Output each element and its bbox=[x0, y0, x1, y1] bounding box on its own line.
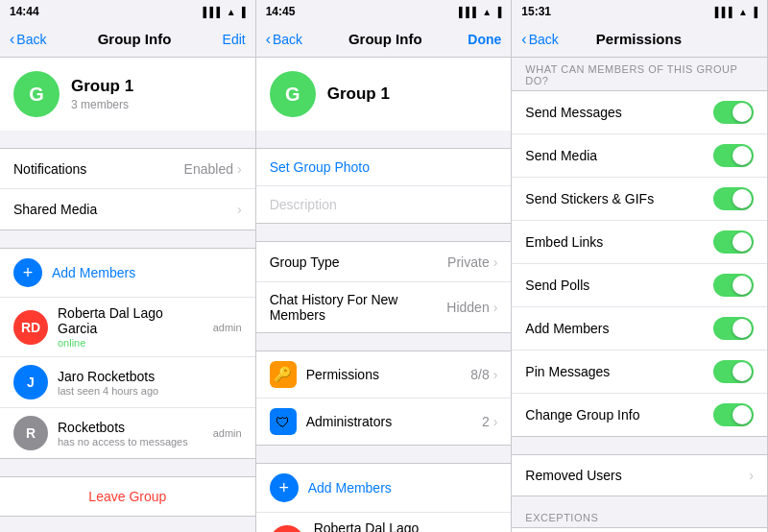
permissions-cell[interactable]: 🔑 Permissions 8/8 › bbox=[256, 351, 512, 399]
perm-send-polls[interactable]: Send Polls bbox=[512, 264, 767, 307]
back-label-2: Back bbox=[273, 32, 302, 47]
description-cell[interactable]: Description bbox=[256, 186, 512, 223]
back-button-1[interactable]: ‹ Back bbox=[10, 31, 46, 48]
perm-embed-links[interactable]: Embed Links bbox=[512, 221, 767, 264]
nav-bar-3: ‹ Back Permissions bbox=[512, 21, 767, 58]
notifications-cell[interactable]: Notifications Enabled › bbox=[0, 149, 255, 189]
member-info-rd-2: Roberta Dal Lago Garcia online bbox=[314, 520, 460, 532]
status-bar-1: 14:44 ▌▌▌ ▲ ▐ bbox=[0, 0, 255, 21]
description-placeholder: Description bbox=[270, 197, 337, 212]
perm-send-stickers-label: Send Stickers & GIFs bbox=[525, 191, 713, 206]
wifi-icon-3: ▲ bbox=[738, 7, 748, 17]
member-cell-rd-1[interactable]: RD Roberta Dal Lago Garcia online admin bbox=[0, 298, 255, 357]
member-badge-r-1: admin bbox=[213, 427, 242, 439]
member-info-r-1: Rocketbots has no access to messages bbox=[58, 420, 204, 447]
permissions-label: Permissions bbox=[306, 367, 471, 382]
add-exception-cell[interactable]: + Add Exception bbox=[512, 528, 767, 532]
member-name-r-1: Rocketbots bbox=[58, 420, 204, 435]
status-bar-3: 15:31 ▌▌▌ ▲ ▐ bbox=[512, 0, 767, 21]
panel-group-info-1: 14:44 ▌▌▌ ▲ ▐ ‹ Back Group Info Edit G G… bbox=[0, 0, 256, 532]
member-badge-rd-1: admin bbox=[213, 322, 242, 333]
add-members-label-2: Add Members bbox=[308, 480, 392, 496]
perm-send-messages-label: Send Messages bbox=[525, 105, 713, 120]
member-avatar-rd-2: RD bbox=[270, 525, 304, 533]
exceptions-section: + Add Exception bbox=[512, 527, 767, 532]
status-icons-3: ▌▌▌ ▲ ▐ bbox=[715, 7, 757, 17]
perm-change-group-info-label: Change Group Info bbox=[525, 407, 713, 423]
permissions-icon: 🔑 bbox=[270, 361, 297, 388]
member-cell-r-1[interactable]: R Rocketbots has no access to messages a… bbox=[0, 408, 255, 458]
member-avatar-r-1: R bbox=[13, 416, 48, 450]
chat-history-cell[interactable]: Chat History For New Members Hidden › bbox=[256, 282, 512, 332]
group-type-cell[interactable]: Group Type Private › bbox=[256, 242, 512, 282]
administrators-cell[interactable]: 🛡 Administrators 2 › bbox=[256, 399, 512, 445]
member-avatar-j-1: J bbox=[13, 365, 48, 399]
back-button-2[interactable]: ‹ Back bbox=[266, 31, 302, 48]
administrators-label: Administrators bbox=[306, 414, 482, 429]
done-button[interactable]: Done bbox=[468, 32, 501, 47]
perm-send-media-label: Send Media bbox=[525, 148, 713, 163]
perm-send-messages[interactable]: Send Messages bbox=[512, 91, 767, 134]
add-icon-1: + bbox=[13, 258, 42, 287]
back-chevron-2: ‹ bbox=[266, 31, 271, 48]
nav-bar-2: ‹ Back Group Info Done bbox=[256, 21, 512, 58]
perm-send-media-toggle[interactable] bbox=[713, 144, 754, 167]
perm-pin-messages-toggle[interactable] bbox=[713, 360, 754, 383]
shared-media-cell[interactable]: Shared Media › bbox=[0, 189, 255, 230]
administrators-icon: 🛡 bbox=[270, 408, 297, 435]
group-header-2: G Group 1 bbox=[256, 58, 512, 131]
perm-send-stickers[interactable]: Send Stickers & GIFs bbox=[512, 178, 767, 221]
perm-pin-messages[interactable]: Pin Messages bbox=[512, 351, 767, 394]
members-section-1: + Add Members RD Roberta Dal Lago Garcia… bbox=[0, 248, 255, 459]
member-info-j-1: Jaro Rocketbots last seen 4 hours ago bbox=[58, 369, 242, 397]
back-chevron-3: ‹ bbox=[521, 31, 526, 48]
perm-add-members[interactable]: Add Members bbox=[512, 307, 767, 351]
perm-change-group-info-toggle[interactable] bbox=[713, 403, 754, 426]
time-1: 14:44 bbox=[10, 5, 39, 18]
notifications-chevron: › bbox=[237, 161, 242, 177]
group-info-1: Group 1 3 members bbox=[71, 77, 133, 111]
back-chevron-1: ‹ bbox=[10, 31, 14, 48]
perm-add-members-label: Add Members bbox=[525, 321, 713, 336]
add-members-cell-2[interactable]: + Add Members bbox=[256, 464, 512, 513]
administrators-chevron: › bbox=[493, 414, 498, 429]
member-cell-rd-2[interactable]: RD Roberta Dal Lago Garcia online admin bbox=[256, 513, 512, 532]
nav-title-3: Permissions bbox=[596, 31, 682, 47]
settings-section-1: Notifications Enabled › Shared Media › bbox=[0, 148, 255, 230]
back-button-3[interactable]: ‹ Back bbox=[521, 31, 558, 48]
wifi-icon: ▲ bbox=[227, 7, 236, 17]
member-name-rd-1: Roberta Dal Lago Garcia bbox=[58, 305, 204, 336]
leave-group-cell[interactable]: Leave Group bbox=[0, 476, 255, 517]
member-name-j-1: Jaro Rocketbots bbox=[58, 369, 242, 384]
group-settings-section: Group Type Private › Chat History For Ne… bbox=[256, 241, 512, 333]
group-type-value: Private bbox=[447, 254, 490, 270]
add-members-cell-1[interactable]: + Add Members bbox=[0, 249, 255, 298]
removed-users-section: Removed Users › bbox=[512, 454, 767, 496]
member-avatar-rd-1: RD bbox=[13, 310, 48, 345]
removed-users-cell[interactable]: Removed Users › bbox=[512, 455, 767, 496]
perm-send-media[interactable]: Send Media bbox=[512, 134, 767, 178]
permissions-value: 8/8 bbox=[470, 367, 489, 382]
back-label-1: Back bbox=[16, 32, 46, 47]
content-1: G Group 1 3 members Notifications Enable… bbox=[0, 58, 255, 532]
group-sub-1: 3 members bbox=[71, 98, 133, 111]
member-status-r-1: has no access to messages bbox=[58, 436, 204, 447]
perm-embed-links-toggle[interactable] bbox=[713, 230, 754, 254]
perm-send-polls-toggle[interactable] bbox=[713, 274, 754, 297]
perm-change-group-info[interactable]: Change Group Info bbox=[512, 394, 767, 436]
content-3: WHAT CAN MEMBERS OF THIS GROUP DO? Send … bbox=[512, 58, 767, 532]
group-avatar-2: G bbox=[270, 71, 316, 117]
status-bar-2: 14:45 ▌▌▌ ▲ ▐ bbox=[256, 0, 512, 21]
shared-media-label: Shared Media bbox=[13, 202, 237, 217]
nav-title-1: Group Info bbox=[98, 31, 172, 47]
set-photo-cell[interactable]: Set Group Photo bbox=[256, 149, 512, 186]
chat-history-value: Hidden bbox=[446, 300, 489, 315]
group-info-2: Group 1 bbox=[327, 85, 390, 104]
member-info-rd-1: Roberta Dal Lago Garcia online bbox=[58, 305, 204, 349]
battery-icon-3: ▐ bbox=[751, 7, 757, 17]
member-cell-j-1[interactable]: J Jaro Rocketbots last seen 4 hours ago bbox=[0, 357, 255, 408]
edit-button-1[interactable]: Edit bbox=[223, 32, 246, 47]
perm-send-messages-toggle[interactable] bbox=[713, 101, 754, 124]
perm-add-members-toggle[interactable] bbox=[713, 317, 754, 340]
perm-send-stickers-toggle[interactable] bbox=[713, 187, 754, 210]
